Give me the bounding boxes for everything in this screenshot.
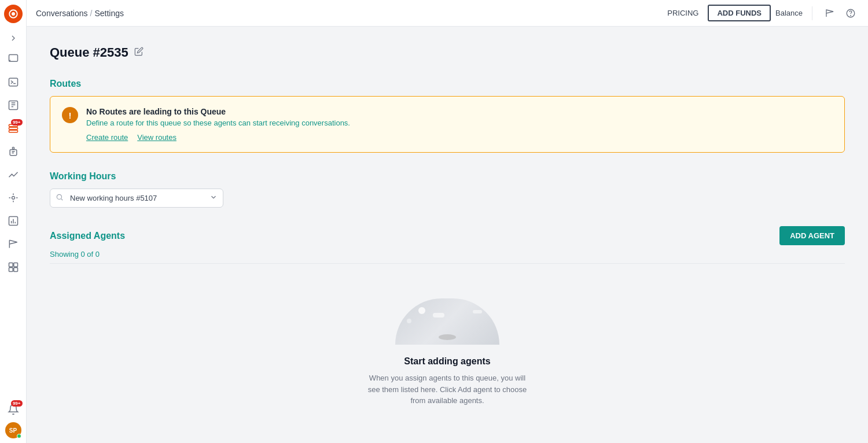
- flag-button[interactable]: [822, 5, 838, 21]
- sidebar-item-reports[interactable]: [3, 211, 24, 231]
- svg-point-12: [12, 147, 14, 149]
- topnav: Conversations / Settings PRICING ADD FUN…: [27, 0, 868, 27]
- online-indicator: [17, 434, 21, 438]
- chat-icon: [8, 53, 19, 65]
- cloud-2: [407, 319, 411, 323]
- showing-count: Showing 0 of 0: [50, 250, 845, 259]
- flag-icon-top: [825, 8, 835, 19]
- main-content: Queue #2535 Routes ! No Routes are leadi…: [27, 27, 868, 443]
- routes-section-title: Routes: [50, 79, 845, 89]
- integrations-icon: [8, 192, 19, 204]
- sidebar-item-grid[interactable]: [3, 257, 24, 278]
- balance-label: Balance: [775, 9, 803, 17]
- sidebar-item-contacts[interactable]: [3, 95, 24, 116]
- svg-point-1: [12, 12, 15, 16]
- alert-links: Create route View routes: [86, 133, 833, 142]
- sidebar-item-analytics[interactable]: [3, 164, 24, 185]
- empty-title: Start adding agents: [404, 356, 490, 367]
- working-hours-select[interactable]: New working hours #5107: [50, 189, 223, 208]
- empty-illustration: [395, 298, 499, 345]
- main-wrapper: Conversations / Settings PRICING ADD FUN…: [27, 0, 868, 443]
- svg-rect-4: [9, 101, 17, 110]
- assigned-agents-section: Assigned Agents ADD AGENT Showing 0 of 0…: [50, 226, 845, 418]
- flag-icon: [8, 238, 19, 250]
- empty-description: When you assign agents to this queue, yo…: [366, 372, 528, 407]
- sidebar-item-queues[interactable]: 99+: [3, 118, 24, 139]
- working-hours-section: Working Hours New working hours #5107: [50, 171, 845, 208]
- svg-rect-21: [13, 263, 17, 267]
- routes-alert-box: ! No Routes are leading to this Queue De…: [50, 96, 845, 153]
- add-agent-button[interactable]: ADD AGENT: [779, 226, 845, 245]
- sidebar-item-bot[interactable]: [3, 141, 24, 162]
- svg-rect-22: [9, 268, 13, 272]
- alert-content: No Routes are leading to this Queue Defi…: [86, 107, 833, 142]
- grid-icon: [8, 261, 19, 273]
- analytics-icon: [8, 169, 19, 180]
- empty-state: Start adding agents When you assign agen…: [50, 287, 845, 418]
- svg-rect-20: [9, 263, 13, 267]
- sidebar-item-terminal[interactable]: [3, 72, 24, 93]
- app-logo[interactable]: [4, 5, 23, 23]
- select-search-icon: [56, 193, 64, 204]
- working-hours-value: New working hours #5107: [70, 194, 202, 202]
- notification-badge: 99+: [11, 119, 23, 125]
- help-button[interactable]: [843, 5, 859, 21]
- help-icon: [845, 8, 856, 19]
- add-funds-button[interactable]: ADD FUNDS: [708, 5, 771, 21]
- bot-icon: [8, 146, 19, 157]
- shadow: [439, 334, 456, 340]
- pricing-link[interactable]: PRICING: [663, 9, 703, 17]
- logo-icon: [8, 9, 19, 19]
- view-routes-link[interactable]: View routes: [137, 133, 176, 142]
- breadcrumb-settings: Settings: [94, 9, 124, 18]
- edit-title-button[interactable]: [134, 47, 144, 58]
- routes-section: Routes ! No Routes are leading to this Q…: [50, 79, 845, 153]
- user-avatar[interactable]: SP: [5, 422, 21, 438]
- assigned-agents-title: Assigned Agents: [50, 231, 125, 241]
- alert-description: Define a route for this queue so these a…: [86, 119, 833, 127]
- contacts-icon: [8, 99, 19, 111]
- pencil-icon: [134, 47, 144, 56]
- svg-point-27: [57, 194, 61, 199]
- agents-divider: [50, 263, 845, 264]
- svg-rect-11: [10, 150, 17, 156]
- svg-line-28: [61, 198, 63, 200]
- svg-rect-23: [13, 268, 17, 272]
- page-title: Queue #2535: [50, 45, 128, 60]
- breadcrumb-separator: /: [90, 9, 93, 18]
- dome-shape: [395, 298, 499, 345]
- reports-icon: [8, 215, 19, 227]
- svg-rect-10: [9, 130, 17, 132]
- expand-icon: [9, 34, 18, 43]
- sidebar-item-chat[interactable]: [3, 49, 24, 69]
- page-title-row: Queue #2535: [50, 45, 845, 60]
- topnav-divider: [812, 6, 812, 20]
- notification-badge-2: 99+: [11, 400, 23, 407]
- svg-point-14: [12, 197, 14, 200]
- alert-title: No Routes are leading to this Queue: [86, 107, 833, 116]
- alert-icon: !: [62, 107, 78, 123]
- sidebar-item-integrations[interactable]: [3, 187, 24, 208]
- create-route-link[interactable]: Create route: [86, 133, 128, 142]
- agents-header: Assigned Agents ADD AGENT: [50, 226, 845, 245]
- breadcrumb-conversations-link[interactable]: Conversations: [36, 9, 88, 18]
- cloud-1: [473, 310, 482, 313]
- breadcrumb: Conversations / Settings: [36, 9, 124, 18]
- sidebar: 99+: [0, 0, 27, 443]
- svg-point-26: [851, 15, 851, 16]
- svg-rect-9: [9, 127, 17, 129]
- sidebar-expand-button[interactable]: [5, 30, 21, 46]
- working-hours-select-box[interactable]: New working hours #5107: [50, 189, 223, 208]
- sidebar-item-notifications[interactable]: 99+: [3, 399, 24, 420]
- terminal-icon: [8, 76, 19, 88]
- sidebar-item-settings[interactable]: [3, 234, 24, 254]
- working-hours-title: Working Hours: [50, 171, 845, 182]
- select-chevron-icon: [209, 193, 218, 204]
